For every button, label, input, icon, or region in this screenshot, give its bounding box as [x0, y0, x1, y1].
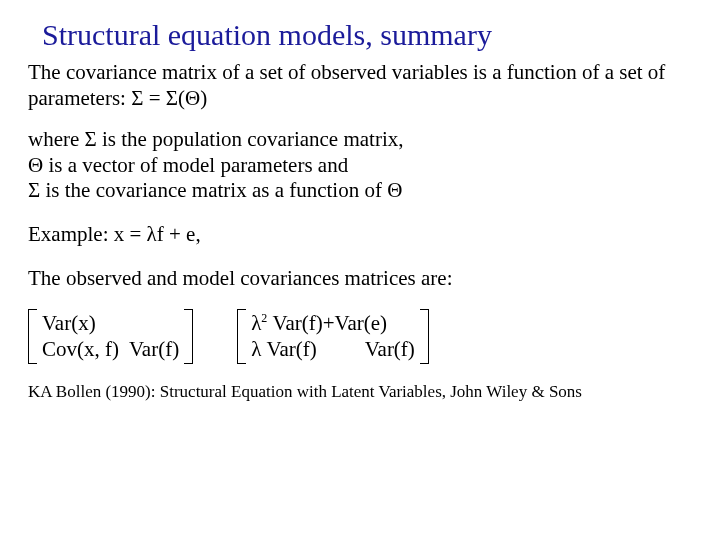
paragraph-where: where Σ is the population covariance mat… [28, 127, 692, 204]
model-covariance-matrix: λ2 Var(f)+Var(e) λ Var(f) Var(f) [237, 309, 429, 364]
matrix-cell: Var(x) [42, 311, 179, 337]
matrix-row: λ Var(f) Var(f) [251, 337, 415, 363]
matrix-cell: Var(f) [129, 337, 179, 363]
observed-covariance-matrix: Var(x) Cov(x, f) Var(f) [28, 309, 193, 364]
where-line-2: Θ is a vector of model parameters and [28, 153, 692, 179]
paragraph-intro: The covariance matrix of a set of observ… [28, 60, 692, 111]
matrix-cell: Var(f) [365, 337, 415, 363]
matrices-row: Var(x) Cov(x, f) Var(f) λ2 Var(f)+Var(e)… [28, 309, 692, 364]
matrix-cell: Cov(x, f) [42, 337, 119, 363]
reference-citation: KA Bollen (1990): Structural Equation wi… [28, 382, 692, 403]
matrix-cell: λ Var(f) [251, 337, 317, 363]
matrix-row: Cov(x, f) Var(f) [42, 337, 179, 363]
slide-body: The covariance matrix of a set of observ… [28, 60, 692, 403]
where-line-1: where Σ is the population covariance mat… [28, 127, 692, 153]
cell-rest: Var(f)+Var(e) [267, 311, 387, 335]
slide-title: Structural equation models, summary [42, 18, 692, 52]
lambda-symbol: λ [251, 311, 261, 335]
slide: Structural equation models, summary The … [0, 0, 720, 540]
paragraph-example: Example: x = λf + e, [28, 222, 692, 248]
matrix-cell: λ2 Var(f)+Var(e) [251, 311, 415, 337]
paragraph-matrices-intro: The observed and model covariances matri… [28, 266, 692, 292]
where-line-3: Σ is the covariance matrix as a function… [28, 178, 692, 204]
